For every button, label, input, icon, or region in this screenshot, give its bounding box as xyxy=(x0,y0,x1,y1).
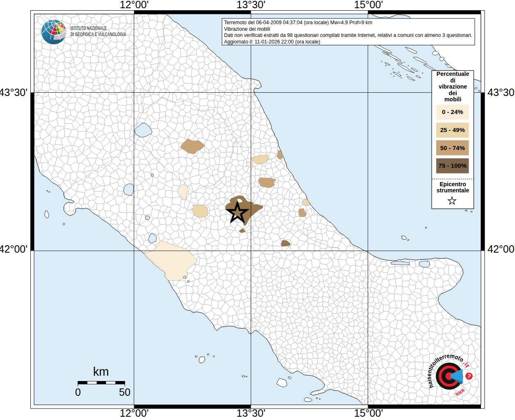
svg-text:Aggiornato il: 11-01-2026 22:0: Aggiornato il: 11-01-2026 22:00 (ora loc… xyxy=(224,39,320,45)
svg-text:13°30': 13°30' xyxy=(236,407,265,419)
svg-text:12°00': 12°00' xyxy=(120,407,149,419)
svg-text:50 - 74%: 50 - 74% xyxy=(440,144,465,151)
svg-text:0: 0 xyxy=(75,386,81,398)
svg-text:strumentale: strumentale xyxy=(437,187,469,194)
svg-text:15°00': 15°00' xyxy=(354,407,383,419)
svg-text:50: 50 xyxy=(119,386,130,398)
svg-text:13°30': 13°30' xyxy=(236,0,265,10)
svg-text:15°00': 15°00' xyxy=(354,0,383,10)
svg-text:Terremoto del 06-04-2009 04:37: Terremoto del 06-04-2009 04:37:04 (ora l… xyxy=(224,20,372,25)
svg-text:75 - 100%: 75 - 100% xyxy=(439,162,467,169)
svg-text:Epicentro: Epicentro xyxy=(439,181,466,187)
svg-text:vibrazione: vibrazione xyxy=(439,83,467,90)
svg-text:km: km xyxy=(93,365,109,378)
svg-text:42°00': 42°00' xyxy=(0,243,27,255)
svg-text:43°30': 43°30' xyxy=(488,87,515,98)
svg-text:0 - 24%: 0 - 24% xyxy=(442,108,463,115)
svg-text:dei: dei xyxy=(449,90,457,96)
svg-text:25 - 49%: 25 - 49% xyxy=(440,126,465,133)
svg-text:Vibrazione dei mobili: Vibrazione dei mobili xyxy=(224,26,270,32)
svg-text:di: di xyxy=(450,77,455,84)
svg-text:Dati non verificati estratti d: Dati non verificati estratti da 98 quest… xyxy=(224,32,472,38)
svg-text:42°00': 42°00' xyxy=(488,243,515,255)
svg-text:43°30': 43°30' xyxy=(0,87,27,98)
svg-text:ISTITUTO NAZIONALE: ISTITUTO NAZIONALE xyxy=(71,25,107,31)
svg-text:12°00': 12°00' xyxy=(120,0,149,10)
svg-text:Percentuale: Percentuale xyxy=(437,71,469,77)
svg-text:mobili: mobili xyxy=(444,96,461,103)
svg-text:DI GEOFISICA E VULCANOLOGIA: DI GEOFISICA E VULCANOLOGIA xyxy=(71,32,126,37)
